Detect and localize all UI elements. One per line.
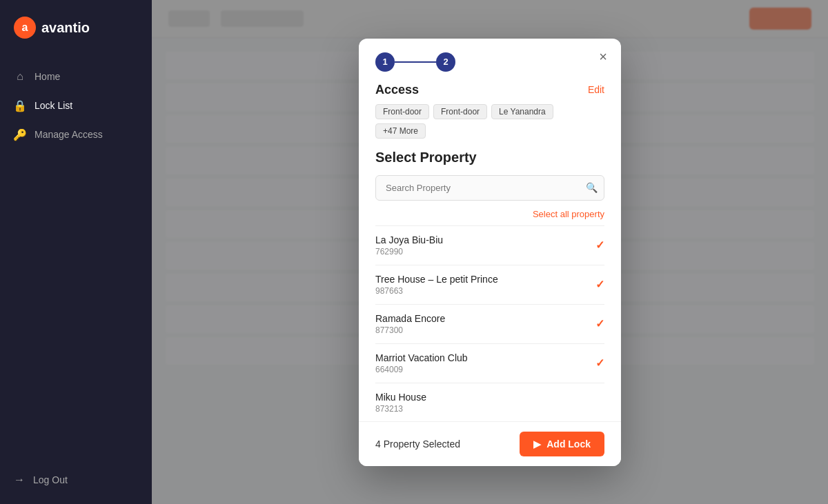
property-name-3: Marriot Vacation Club bbox=[375, 352, 468, 363]
property-name-0: La Joya Biu-Biu bbox=[375, 234, 443, 245]
property-info-2: Ramada Encore 877300 bbox=[375, 313, 445, 335]
property-item-1[interactable]: Tree House – Le petit Prince 987663 ✓ bbox=[375, 265, 604, 305]
logout-icon: → bbox=[14, 474, 25, 486]
property-name-1: Tree House – Le petit Prince bbox=[375, 274, 498, 285]
lock-icon: 🔒 bbox=[14, 99, 26, 112]
tag-more: +47 More bbox=[375, 123, 426, 139]
step-2-circle: 2 bbox=[436, 52, 455, 72]
property-info-4: Miku House 873213 bbox=[375, 392, 426, 414]
select-property-section: Select Property 🔍 Select all property La… bbox=[375, 150, 604, 421]
property-item-3[interactable]: Marriot Vacation Club 664009 ✓ bbox=[375, 344, 604, 383]
modal-overlay: 1 2 × Access Edit bbox=[152, 0, 828, 504]
step-line bbox=[395, 61, 436, 63]
select-all-button[interactable]: Select all property bbox=[533, 209, 604, 219]
property-info-0: La Joya Biu-Biu 762990 bbox=[375, 234, 443, 256]
main-content: 1 2 × Access Edit bbox=[152, 0, 828, 504]
select-all-row: Select all property bbox=[375, 208, 604, 220]
access-title: Access bbox=[375, 83, 419, 97]
property-id-2: 877300 bbox=[375, 325, 445, 335]
access-section: Access Edit Front-door Front-door Le Yan… bbox=[375, 83, 604, 139]
search-input[interactable] bbox=[375, 175, 604, 201]
select-property-title: Select Property bbox=[375, 150, 604, 165]
property-id-4: 873213 bbox=[375, 404, 426, 414]
sidebar-nav: ⌂ Home 🔒 Lock List 🔑 Manage Access bbox=[0, 55, 152, 463]
step-2-label: 2 bbox=[443, 57, 448, 67]
tag-1: Front-door bbox=[433, 104, 487, 119]
property-id-1: 987663 bbox=[375, 286, 498, 296]
modal: 1 2 × Access Edit bbox=[359, 39, 621, 466]
property-item-0[interactable]: La Joya Biu-Biu 762990 ✓ bbox=[375, 226, 604, 265]
check-icon-2: ✓ bbox=[595, 317, 604, 330]
add-lock-label: Add Lock bbox=[546, 439, 591, 450]
sidebar-item-lock-list[interactable]: 🔒 Lock List bbox=[0, 91, 152, 120]
close-icon: × bbox=[599, 49, 607, 64]
add-lock-button[interactable]: ▶ Add Lock bbox=[520, 432, 604, 456]
step-1-label: 1 bbox=[382, 57, 387, 67]
check-icon-3: ✓ bbox=[595, 356, 604, 370]
sidebar-item-home[interactable]: ⌂ Home bbox=[0, 62, 152, 91]
edit-button[interactable]: Edit bbox=[588, 84, 604, 95]
sidebar-item-home-label: Home bbox=[34, 71, 60, 82]
logo: a avantio bbox=[0, 0, 152, 55]
property-item-2[interactable]: Ramada Encore 877300 ✓ bbox=[375, 305, 604, 344]
tag-0: Front-door bbox=[375, 104, 429, 119]
modal-header: 1 2 × bbox=[359, 39, 621, 83]
property-info-3: Marriot Vacation Club 664009 bbox=[375, 352, 468, 374]
sidebar-item-lock-list-label: Lock List bbox=[34, 100, 72, 111]
modal-footer: 4 Property Selected ▶ Add Lock bbox=[359, 421, 621, 466]
key-icon: 🔑 bbox=[14, 128, 26, 141]
selected-count: 4 Property Selected bbox=[375, 439, 460, 450]
tag-2: Le Yanandra bbox=[491, 104, 553, 119]
logo-icon: a bbox=[14, 17, 36, 39]
property-info-1: Tree House – Le petit Prince 987663 bbox=[375, 274, 498, 296]
check-icon-1: ✓ bbox=[595, 278, 604, 291]
logo-text: avantio bbox=[41, 20, 90, 36]
property-item-4[interactable]: Miku House 873213 bbox=[375, 383, 604, 421]
search-icon: 🔍 bbox=[586, 182, 598, 193]
logout-label: Log Out bbox=[33, 474, 68, 485]
home-icon: ⌂ bbox=[14, 70, 26, 83]
logout-button[interactable]: → Log Out bbox=[0, 463, 152, 497]
sidebar-item-manage-access-label: Manage Access bbox=[34, 129, 103, 140]
property-name-4: Miku House bbox=[375, 392, 426, 403]
search-box: 🔍 bbox=[375, 175, 604, 201]
close-button[interactable]: × bbox=[599, 50, 607, 63]
sidebar-item-manage-access[interactable]: 🔑 Manage Access bbox=[0, 120, 152, 149]
step-1-circle: 1 bbox=[375, 52, 395, 72]
add-lock-arrow-icon: ▶ bbox=[533, 439, 541, 450]
check-icon-0: ✓ bbox=[595, 239, 604, 252]
property-id-3: 664009 bbox=[375, 365, 468, 374]
sidebar: a avantio ⌂ Home 🔒 Lock List 🔑 Manage Ac… bbox=[0, 0, 152, 504]
stepper: 1 2 bbox=[375, 52, 604, 72]
tags-row: Front-door Front-door Le Yanandra +47 Mo… bbox=[375, 104, 604, 139]
modal-body: Access Edit Front-door Front-door Le Yan… bbox=[359, 83, 621, 421]
property-name-2: Ramada Encore bbox=[375, 313, 445, 324]
access-header: Access Edit bbox=[375, 83, 604, 97]
property-list: La Joya Biu-Biu 762990 ✓ Tree House – Le… bbox=[375, 225, 604, 421]
property-id-0: 762990 bbox=[375, 247, 443, 256]
